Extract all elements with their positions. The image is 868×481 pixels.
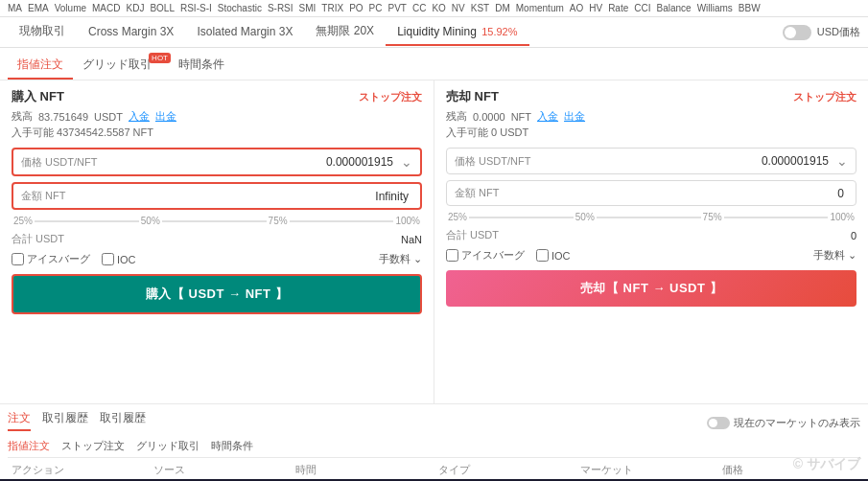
buy-amount-label: 金額 NFT: [21, 189, 65, 203]
indicator-bbw[interactable]: BBW: [739, 3, 761, 13]
indicator-rate[interactable]: Rate: [608, 3, 628, 13]
sell-amount-input-group[interactable]: 金額 NFT 0: [446, 180, 856, 206]
sell-iceberg-checkbox[interactable]: アイスバーグ: [446, 248, 525, 263]
bottom-sub-tab-limit[interactable]: 指値注文: [8, 439, 50, 453]
tab-spot[interactable]: 現物取引: [8, 17, 77, 47]
sell-stop-order-link[interactable]: ストップ注文: [793, 90, 856, 104]
bottom-tab-trade-history-2[interactable]: 取引履歴: [100, 410, 146, 431]
market-only-toggle[interactable]: [707, 417, 730, 429]
indicator-rsi[interactable]: RSI-S-I: [180, 3, 212, 13]
buy-price-dropdown-icon[interactable]: ⌄: [401, 154, 412, 170]
buy-fee-link[interactable]: 手数料 ⌄: [379, 252, 422, 266]
buy-pct-50[interactable]: 50%: [139, 216, 162, 226]
col-action: アクション: [8, 461, 150, 479]
bottom-tab-orders[interactable]: 注文: [8, 410, 31, 431]
main-navigation: 現物取引 Cross Margin 3X Isolated Margin 3X …: [0, 17, 868, 48]
col-time: 時間: [292, 461, 434, 479]
indicator-ao[interactable]: AO: [570, 3, 583, 13]
sell-ioc-checkbox[interactable]: IOC: [536, 249, 571, 262]
sell-price-input-group[interactable]: 価格 USDT/NFT 0.000001915 ⌄: [446, 148, 856, 174]
indicator-momentum[interactable]: Momentum: [516, 3, 564, 13]
buy-ioc-checkbox[interactable]: IOC: [102, 253, 136, 265]
indicator-pc[interactable]: PC: [369, 3, 383, 13]
sell-amount-value[interactable]: 0: [499, 187, 848, 200]
sell-panel: 売却 NFT ストップ注文 残高 0.0000 NFT 入金 出金 入手可能 0…: [434, 80, 868, 403]
indicator-kdj[interactable]: KDJ: [126, 3, 144, 13]
indicator-cc[interactable]: CC: [412, 3, 426, 13]
usd-price-toggle[interactable]: [783, 25, 811, 40]
tab-liquidity[interactable]: Liquidity Mining 15.92%: [386, 19, 528, 46]
indicator-nv[interactable]: NV: [452, 3, 465, 13]
buy-available-value: 43734542.5587: [57, 126, 129, 138]
indicator-trix[interactable]: TRIX: [321, 3, 343, 13]
sell-price-dropdown-icon[interactable]: ⌄: [836, 153, 848, 169]
buy-price-value[interactable]: 0.000001915: [97, 155, 397, 169]
indicator-macd[interactable]: MACD: [92, 3, 120, 13]
buy-button[interactable]: 購入【 USDT → NFT 】: [12, 274, 422, 314]
sell-pct-50[interactable]: 50%: [574, 212, 597, 222]
sell-pct-100[interactable]: 100%: [828, 212, 856, 222]
indicator-dm[interactable]: DM: [495, 3, 510, 13]
buy-pct-bar: 25% 50% 75% 100%: [12, 216, 422, 226]
buy-ioc-label: IOC: [117, 254, 136, 265]
buy-balance-unit: USDT: [94, 111, 123, 123]
sell-withdraw-link[interactable]: 出金: [564, 109, 585, 124]
indicator-hv[interactable]: HV: [589, 3, 602, 13]
sell-deposit-link[interactable]: 入金: [537, 109, 558, 124]
buy-available-row: 入手可能 43734542.5587 NFT: [12, 126, 422, 140]
sell-price-value[interactable]: 0.000001915: [530, 154, 833, 168]
indicator-volume[interactable]: Volume: [55, 3, 86, 13]
buy-pct-25[interactable]: 25%: [12, 216, 35, 226]
tab-perpetual20x[interactable]: 無期限 20X: [304, 17, 386, 47]
buy-amount-input-group[interactable]: 金額 NFT Infinity: [12, 182, 422, 210]
sell-price-label: 価格 USDT/NFT: [455, 154, 530, 169]
buy-withdraw-link[interactable]: 出金: [155, 109, 176, 124]
sell-button[interactable]: 売却【 NFT → USDT 】: [446, 270, 856, 307]
sell-iceberg-input[interactable]: [446, 249, 458, 262]
bottom-sub-tab-time[interactable]: 時間条件: [211, 439, 253, 453]
bottom-sub-tab-stop[interactable]: ストップ注文: [61, 439, 125, 453]
indicator-pvt[interactable]: PVT: [387, 3, 406, 13]
indicator-balance[interactable]: Balance: [657, 3, 692, 13]
indicator-ema[interactable]: EMA: [28, 3, 49, 13]
hot-badge: HOT: [149, 53, 171, 63]
sell-available-row: 入手可能 0 USDT: [446, 126, 856, 140]
buy-price-input-group[interactable]: 価格 USDT/NFT 0.000001915 ⌄: [12, 148, 422, 176]
sell-pct-75[interactable]: 75%: [701, 212, 724, 222]
bottom-tab-trade-history-1[interactable]: 取引履歴: [42, 410, 88, 431]
buy-total-value: NaN: [401, 234, 422, 245]
sell-ioc-input[interactable]: [536, 249, 549, 262]
indicator-srsi[interactable]: S-RSI: [268, 3, 293, 13]
sell-fee-link[interactable]: 手数料 ⌄: [813, 248, 856, 263]
sell-pct-25[interactable]: 25%: [446, 212, 469, 222]
indicator-po[interactable]: PO: [349, 3, 363, 13]
buy-deposit-link[interactable]: 入金: [129, 109, 150, 124]
buy-panel: 購入 NFT ストップ注文 残高 83.751649 USDT 入金 出金 入手…: [0, 80, 434, 403]
buy-iceberg-checkbox[interactable]: アイスバーグ: [12, 252, 90, 266]
indicator-williams[interactable]: Williams: [697, 3, 733, 13]
buy-ioc-input[interactable]: [102, 253, 114, 265]
tab-grid-trade[interactable]: グリッド取引 HOT: [73, 52, 169, 80]
col-type: タイプ: [434, 461, 576, 479]
indicator-smi[interactable]: SMI: [299, 3, 317, 13]
indicator-stoch[interactable]: Stochastic: [218, 3, 262, 13]
tab-cross3x[interactable]: Cross Margin 3X: [77, 19, 185, 46]
bottom-sub-tab-grid[interactable]: グリッド取引: [136, 439, 199, 453]
buy-fee-text: 手数料: [379, 253, 411, 264]
tab-time-condition[interactable]: 時間条件: [169, 52, 234, 80]
col-market: マーケット: [576, 461, 718, 479]
tab-limit-order[interactable]: 指値注文: [8, 52, 73, 80]
indicator-ma[interactable]: MA: [8, 3, 22, 13]
indicator-cci[interactable]: CCI: [634, 3, 650, 13]
indicator-ko[interactable]: KO: [432, 3, 445, 13]
buy-amount-value[interactable]: Infinity: [65, 190, 412, 203]
tab-isolated3x[interactable]: Isolated Margin 3X: [185, 19, 304, 46]
indicator-kst[interactable]: KST: [471, 3, 489, 13]
buy-pct-100[interactable]: 100%: [393, 216, 422, 226]
buy-iceberg-input[interactable]: [12, 253, 24, 265]
indicator-boll[interactable]: BOLL: [150, 3, 175, 13]
buy-pct-75[interactable]: 75%: [267, 216, 290, 226]
sell-amount-label: 金額 NFT: [455, 186, 499, 200]
sell-pct-track: [446, 217, 856, 218]
buy-stop-order-link[interactable]: ストップ注文: [359, 90, 422, 104]
